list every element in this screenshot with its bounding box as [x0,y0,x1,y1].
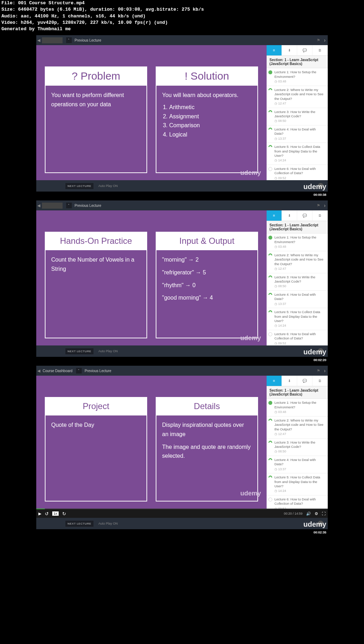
flag-icon[interactable]: ⚑ [317,203,320,208]
forward-icon[interactable]: ↻ [62,511,66,516]
prev-lecture-label[interactable]: Previous Lecture [85,369,111,373]
lecture-time: 09:52 [274,342,326,346]
lecture-title: Lecture 5: How to Collect Data from and … [274,310,326,323]
lecture-item[interactable]: Lecture 3: How to Write the JavaScript C… [267,439,328,456]
prev-toggle-icon[interactable]: ˄ [66,37,72,43]
tab-notes-icon[interactable]: 🗎 [312,210,328,221]
tab-download-icon[interactable]: ⬇ [282,376,297,386]
dashboard-link[interactable]: Course Dashboard [43,369,73,373]
tab-curriculum-icon[interactable]: ≡ [267,210,282,221]
settings-icon[interactable]: ⚙ [315,511,318,516]
lecture-item[interactable]: Lecture 5: How to Collect Data from and … [267,473,328,495]
bottombar: NEXT LECTURE Auto Play ON ✓ [36,345,328,357]
dashboard-placeholder[interactable] [42,203,63,209]
lecture-title: Lecture 6: How to Deal with Collection o… [274,497,326,506]
lecture-title: Lecture 5: How to Collect Data from and … [274,145,326,158]
lecture-item[interactable]: Lecture 2: Where to Write my JavaScript … [267,86,328,108]
fullscreen-icon[interactable]: ⛶ [322,511,326,516]
next-lecture-button[interactable]: NEXT LECTURE [65,183,93,189]
lecture-title: Lecture 1: How to Setup the Environment? [274,401,326,409]
tab-chat-icon[interactable]: 💬 [297,45,312,55]
lecture-time: 14:24 [274,489,326,493]
lecture-item[interactable]: Lecture 4: How to Deal with Data?13:37 [267,291,328,308]
next-arrow-icon[interactable]: › [324,37,326,43]
lecture-item[interactable]: Lecture 4: How to Deal with Data?13:37 [267,456,328,473]
lecture-time: 08:50 [274,450,326,454]
card-header-io: Input & Output [156,232,258,250]
status-icon [268,109,273,115]
back-arrow-icon[interactable]: ◀ [36,38,41,43]
next-arrow-icon[interactable]: › [324,203,326,208]
lecture-item[interactable]: Lecture 3: How to Write the JavaScript C… [267,273,328,291]
autoplay-label[interactable]: Auto Play ON [98,522,118,525]
lecture-item[interactable]: Lecture 6: How to Deal with Collection o… [267,495,328,509]
speed-badge[interactable]: 1x [52,511,59,516]
status-icon [268,418,273,424]
volume-icon[interactable]: 🔊 [306,511,311,516]
lecture-item[interactable]: Lecture 5: How to Collect Data from and … [267,308,328,330]
card-header-practice: Hands-On Practice [45,232,147,250]
tab-chat-icon[interactable]: 💬 [297,376,312,386]
video-player-controls: ▶ ↺ 1x ↻ 00:20 / 14:59 🔊 ⚙ ⛶ [36,509,328,518]
lecture-time: 12:47 [274,432,326,436]
lecture-item[interactable]: Lecture 4: How to Deal with Data?13:37 [267,125,328,143]
tab-curriculum-icon[interactable]: ≡ [267,376,282,386]
rewind-icon[interactable]: ↺ [45,511,49,516]
prev-lecture-label[interactable]: Previous Lecture [75,204,101,208]
lecture-title: Lecture 2: Where to Write my JavaScript … [274,418,326,431]
section-title: Section: 1 - Learn JavaScript (JavaScrip… [267,221,328,234]
lecture-item[interactable]: Lecture 5: How to Collect Data from and … [267,143,328,165]
card-header-project: Project [45,397,147,415]
status-icon [268,457,273,463]
back-arrow-icon[interactable]: ◀ [36,203,41,208]
lecture-item[interactable]: Lecture 1: How to Setup the Environment?… [267,68,328,86]
tab-download-icon[interactable]: ⬇ [282,210,297,221]
flag-icon[interactable]: ⚑ [317,369,320,373]
lecture-time: 14:24 [274,159,326,163]
tab-curriculum-icon[interactable]: ≡ [267,45,282,55]
tab-notes-icon[interactable]: 🗎 [312,376,328,386]
lecture-time: 12:47 [274,267,326,271]
lecture-time: 03:48 [274,80,326,84]
back-arrow-icon[interactable]: ◀ [36,369,41,373]
lecture-item[interactable]: Lecture 6: How to Deal with Collection o… [267,165,328,180]
dashboard-placeholder[interactable] [42,37,63,43]
card-header-details: Details [156,397,258,415]
autoplay-label[interactable]: Auto Play ON [98,349,118,353]
status-icon [268,127,273,133]
card-body-problem: You want to perform different operations… [45,86,147,173]
next-lecture-button[interactable]: NEXT LECTURE [65,521,93,527]
next-lecture-button[interactable]: NEXT LECTURE [65,348,93,354]
udemy-logo: udemy [240,169,261,177]
udemy-watermark: udemy [304,183,326,191]
io-line: "morning" → 2 [162,255,252,264]
io-line: "refrigerator" → 5 [162,268,252,277]
sidebar: ≡ ⬇ 💬 🗎 Section: 1 - Learn JavaScript (J… [267,376,328,509]
udemy-logo: udemy [240,490,261,497]
autoplay-label[interactable]: Auto Play ON [98,184,118,188]
tab-notes-icon[interactable]: 🗎 [312,45,328,55]
section-title: Section: 1 - Learn JavaScript (JavaScrip… [267,386,328,399]
tab-chat-icon[interactable]: 💬 [297,210,312,221]
lecture-item[interactable]: Lecture 6: How to Deal with Collection o… [267,330,328,345]
prev-lecture-label[interactable]: Previous Lecture [75,38,101,42]
udemy-watermark: udemy [304,348,326,356]
flag-icon[interactable]: ⚑ [317,38,320,43]
next-arrow-icon[interactable]: › [324,368,326,374]
slide-content: ? Problem You want to perform different … [36,45,267,180]
status-icon [268,253,273,258]
tab-download-icon[interactable]: ⬇ [282,45,297,55]
prev-toggle-icon[interactable]: ˄ [66,203,72,208]
lecture-item[interactable]: Lecture 2: Where to Write my JavaScript … [267,251,328,273]
lecture-time: 13:37 [274,302,326,306]
lecture-item[interactable]: Lecture 3: How to Write the JavaScript C… [267,108,328,125]
prev-toggle-icon[interactable]: ˄ [76,368,82,374]
sidebar: ≡ ⬇ 💬 🗎 Section: 1 - Learn JavaScript (J… [267,210,328,345]
lecture-item[interactable]: Lecture 2: Where to Write my JavaScript … [267,417,328,439]
lecture-title: Lecture 3: How to Write the JavaScript C… [274,275,326,284]
play-icon[interactable]: ▶ [38,511,41,516]
card-body-practice: Count the Number of Vowels in a String [45,250,147,338]
lecture-list: Lecture 1: How to Setup the Environment?… [267,68,328,180]
lecture-item[interactable]: Lecture 1: How to Setup the Environment?… [267,234,328,251]
lecture-item[interactable]: Lecture 1: How to Setup the Environment?… [267,399,328,416]
